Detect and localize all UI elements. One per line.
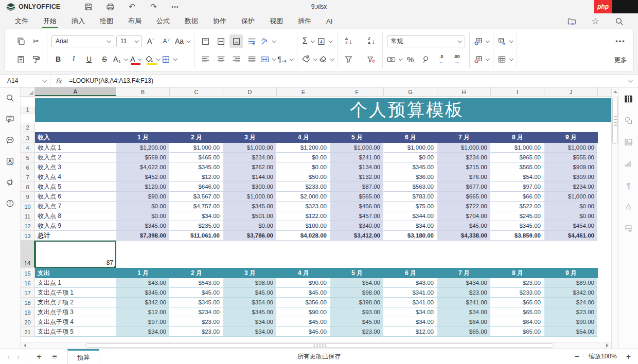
month-header-cell[interactable]: 6 月 xyxy=(384,132,437,143)
value-cell[interactable]: $1,000.00 xyxy=(544,192,598,202)
value-cell[interactable]: $241.00 xyxy=(330,153,384,162)
next-sheet-button[interactable]: › xyxy=(17,352,20,361)
value-cell[interactable]: $555.00 xyxy=(544,153,598,162)
format-as-table-button[interactable] xyxy=(498,52,512,66)
prev-sheet-button[interactable]: ‹ xyxy=(7,352,10,361)
decrease-font-button[interactable]: Av xyxy=(160,34,173,48)
value-cell[interactable]: $4,757.00 xyxy=(170,202,223,211)
menu-tab-插件[interactable]: 插件 xyxy=(297,14,312,28)
format-painter-button[interactable] xyxy=(29,52,43,66)
empty-cell[interactable] xyxy=(598,278,611,288)
value-cell[interactable]: $354.00 xyxy=(223,298,277,307)
font-size-select[interactable]: 11 xyxy=(116,35,142,47)
redo-button[interactable]: ↷ xyxy=(148,2,159,12)
column-header-H[interactable]: H xyxy=(437,87,491,96)
value-cell[interactable]: $345.00 xyxy=(116,221,170,231)
month-header-cell[interactable]: 2 月 xyxy=(170,132,223,143)
row-header-2[interactable]: 2 xyxy=(21,123,35,132)
value-cell[interactable]: $342.00 xyxy=(544,288,598,298)
empty-cell[interactable] xyxy=(598,162,611,172)
value-cell[interactable]: $100.00 xyxy=(277,221,330,231)
month-header-cell[interactable]: 8 月 xyxy=(491,268,544,278)
user-avatar[interactable] xyxy=(612,0,638,13)
menu-tab-数据[interactable]: 数据 xyxy=(184,14,199,28)
row-header-16[interactable]: 16 xyxy=(21,278,35,288)
paste-button[interactable] xyxy=(14,52,27,66)
spellcheck-panel-button[interactable] xyxy=(4,155,16,167)
value-cell[interactable]: $1,000.00 xyxy=(170,143,223,153)
sheet-tab-budget[interactable]: 预算 xyxy=(67,349,99,364)
scroll-left-arrow[interactable] xyxy=(21,342,29,349)
align-center-button[interactable] xyxy=(214,52,227,66)
value-cell[interactable]: $1,000.00 xyxy=(384,143,437,153)
value-cell[interactable]: $54.00 xyxy=(544,327,598,337)
value-cell[interactable]: $45.00 xyxy=(277,327,330,337)
row-header-12[interactable]: 12 xyxy=(21,221,35,231)
favorite-star-button[interactable]: ☆ xyxy=(590,16,601,26)
value-cell[interactable]: $87.00 xyxy=(330,182,384,192)
value-cell[interactable]: $1,000.00 xyxy=(330,143,384,153)
value-cell[interactable]: $465.00 xyxy=(170,153,223,162)
value-cell[interactable]: $262.00 xyxy=(223,162,277,172)
month-header-cell[interactable]: 5 月 xyxy=(330,132,384,143)
shape-settings-button[interactable] xyxy=(623,114,635,126)
value-cell[interactable]: $34.00 xyxy=(437,307,491,317)
wrap-text-button[interactable] xyxy=(245,34,258,48)
month-header-cell[interactable]: 7 月 xyxy=(437,132,491,143)
value-cell[interactable]: $457.00 xyxy=(330,211,384,221)
menu-tab-保护[interactable]: 保护 xyxy=(241,14,255,28)
row-label-cell[interactable]: 收入点 3 xyxy=(35,162,116,172)
merge-cells-button[interactable] xyxy=(260,52,275,66)
value-cell[interactable]: $456.00 xyxy=(330,202,384,211)
more-button[interactable]: 更多 xyxy=(614,53,627,67)
value-cell[interactable]: $345.00 xyxy=(384,162,437,172)
undo-button[interactable]: ↶ xyxy=(126,2,137,12)
filter-button[interactable] xyxy=(342,52,356,66)
sort-descending-button[interactable]: ZA ↓ xyxy=(365,34,378,48)
value-cell[interactable]: $36.00 xyxy=(384,172,437,182)
about-panel-button[interactable] xyxy=(4,197,16,209)
select-all-corner[interactable] xyxy=(21,87,35,96)
value-cell[interactable]: $722.00 xyxy=(437,202,491,211)
pivot-table-button[interactable] xyxy=(498,34,512,48)
month-header-cell[interactable]: 4 月 xyxy=(277,132,330,143)
formula-bar-expand-button[interactable] xyxy=(623,80,638,82)
row-header-8[interactable]: 8 xyxy=(21,182,35,192)
align-bottom-button[interactable] xyxy=(229,34,243,48)
menu-tab-布局[interactable]: 布局 xyxy=(128,14,142,28)
value-cell[interactable]: $23.00 xyxy=(170,327,223,337)
selected-cell[interactable]: 87 xyxy=(35,241,116,268)
value-cell[interactable]: $241.00 xyxy=(437,298,491,307)
autosum-button[interactable]: Σ xyxy=(302,34,315,48)
value-cell[interactable]: $323.00 xyxy=(277,202,330,211)
value-cell[interactable]: $543.00 xyxy=(170,278,223,288)
clear-button[interactable] xyxy=(318,52,333,66)
row-label-cell[interactable]: 支出点子项 3 xyxy=(35,307,116,317)
menu-tab-开始[interactable]: 开始 xyxy=(43,14,57,28)
value-cell[interactable]: $4,338.00 xyxy=(437,231,491,241)
comments-panel-button[interactable] xyxy=(4,113,16,125)
value-cell[interactable]: $4,622.00 xyxy=(116,162,170,172)
row-header-18[interactable]: 18 xyxy=(21,298,35,307)
value-cell[interactable]: $1,000.00 xyxy=(437,143,491,153)
value-cell[interactable]: $90.00 xyxy=(277,307,330,317)
value-cell[interactable]: $0.00 xyxy=(116,202,170,211)
value-cell[interactable]: $4,028.00 xyxy=(277,231,330,241)
value-cell[interactable]: $454.00 xyxy=(544,221,598,231)
sort-ascending-button[interactable]: AZ ↓ xyxy=(342,34,356,48)
horizontal-scrollbar[interactable] xyxy=(21,342,611,349)
zoom-out-button[interactable]: − xyxy=(575,352,579,361)
save-button[interactable] xyxy=(83,2,94,12)
value-cell[interactable]: $452.00 xyxy=(116,172,170,182)
value-cell[interactable]: $345.00 xyxy=(116,288,170,298)
value-cell[interactable]: $24.00 xyxy=(544,298,598,307)
value-cell[interactable]: $34.00 xyxy=(170,211,223,221)
value-cell[interactable]: $0.00 xyxy=(116,211,170,221)
value-cell[interactable]: $1,000.00 xyxy=(223,192,277,202)
search-panel-button[interactable] xyxy=(4,92,16,104)
value-cell[interactable]: $76.00 xyxy=(437,172,491,182)
image-settings-button[interactable] xyxy=(623,136,635,148)
value-cell[interactable]: $345.00 xyxy=(170,298,223,307)
value-cell[interactable]: $1,000.00 xyxy=(223,143,277,153)
align-top-button[interactable] xyxy=(199,34,212,48)
